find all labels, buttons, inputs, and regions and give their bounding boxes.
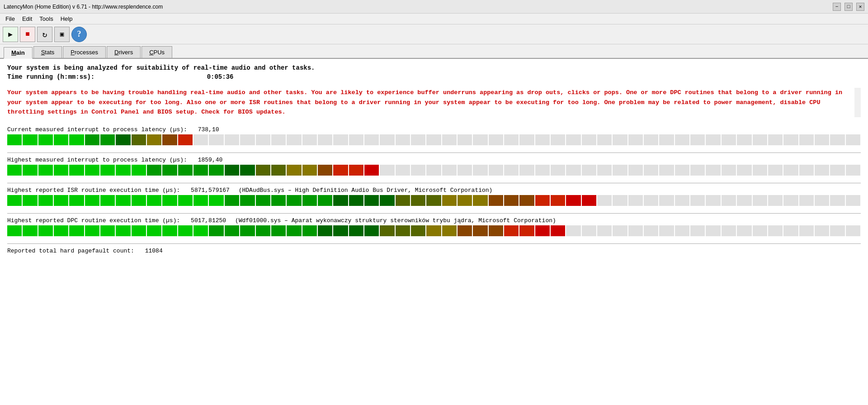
- bar-segment: [783, 165, 798, 176]
- bar-segment: [287, 165, 301, 176]
- bar-segment: [23, 165, 37, 176]
- bar-segment: [458, 134, 472, 145]
- bar-segment: [69, 225, 84, 236]
- bar-segment: [551, 165, 565, 176]
- bar-segment: [519, 225, 534, 236]
- bar-segment: [349, 134, 363, 145]
- metric-dpc-desc: (Wdf01000.sys – Aparat wykonawczy strukt…: [235, 217, 556, 224]
- bar-segment: [566, 134, 580, 145]
- bar-segment: [504, 134, 519, 145]
- bar-segment: [396, 165, 410, 176]
- bar-segment: [69, 195, 84, 206]
- bar-segment: [256, 165, 270, 176]
- metric-pagefault: Reported total hard pagefault count: 110…: [7, 248, 861, 256]
- bar-segment: [659, 195, 674, 206]
- bar-segment: [519, 195, 534, 206]
- bar-segment: [768, 134, 783, 145]
- window-controls: − □ ✕: [833, 3, 864, 11]
- bar-segment: [132, 195, 146, 206]
- bar-segment: [737, 134, 751, 145]
- metric-dpc-value: 5017,81250: [191, 217, 226, 224]
- bar-segment: [830, 134, 844, 145]
- bar-segment: [116, 225, 130, 236]
- bar-segment: [426, 225, 441, 236]
- tab-drivers[interactable]: Drivers: [107, 46, 141, 58]
- bar-segment: [85, 134, 99, 145]
- bar-segment: [38, 134, 53, 145]
- bar-segment: [302, 134, 317, 145]
- bar-segment: [489, 225, 503, 236]
- bar-segment: [209, 195, 223, 206]
- menu-file[interactable]: File: [2, 14, 19, 23]
- bar-segment: [318, 225, 332, 236]
- bar-segment: [23, 225, 37, 236]
- bar-segment: [209, 225, 223, 236]
- bar-segment: [132, 134, 146, 145]
- metric-highest-value: 1859,40: [198, 157, 223, 163]
- separator-2: [7, 183, 861, 183]
- bar-segment: [162, 225, 177, 236]
- bar-segment: [846, 134, 860, 145]
- maximize-button[interactable]: □: [844, 3, 853, 11]
- bar-segment: [659, 225, 674, 236]
- play-button[interactable]: ▶: [3, 27, 18, 42]
- menu-tools[interactable]: Tools: [36, 14, 57, 23]
- bar-segment: [132, 225, 146, 236]
- bar-segment: [178, 225, 193, 236]
- bar-segment: [178, 195, 193, 206]
- bar-segment: [193, 225, 208, 236]
- metric-highest-bar: [7, 165, 861, 176]
- bar-segment: [519, 165, 534, 176]
- switch-button[interactable]: ▣: [54, 27, 70, 42]
- stop-button[interactable]: ■: [20, 27, 35, 42]
- bar-segment: [380, 195, 394, 206]
- tab-main[interactable]: Main: [4, 47, 33, 59]
- metric-dpc: Highest reported DPC routine execution t…: [7, 217, 861, 236]
- tab-processes[interactable]: Processes: [63, 46, 106, 58]
- bar-segment: [209, 134, 223, 145]
- bar-segment: [473, 165, 487, 176]
- bar-segment: [706, 165, 720, 176]
- metric-isr-value: 5871,579167: [191, 187, 230, 194]
- bar-segment: [535, 134, 550, 145]
- bar-segment: [644, 195, 658, 206]
- bar-segment: [582, 134, 596, 145]
- bar-segment: [426, 165, 441, 176]
- bar-segment: [54, 165, 68, 176]
- bar-segment: [675, 195, 689, 206]
- bar-segment: [442, 134, 457, 145]
- bar-segment: [271, 134, 286, 145]
- bar-segment: [240, 134, 255, 145]
- bar-segment: [162, 195, 177, 206]
- bar-segment: [178, 165, 193, 176]
- close-button[interactable]: ✕: [856, 3, 864, 11]
- bar-segment: [846, 225, 860, 236]
- bar-segment: [271, 195, 286, 206]
- bar-segment: [737, 225, 751, 236]
- bar-segment: [815, 165, 829, 176]
- menu-help[interactable]: Help: [57, 14, 76, 23]
- bar-segment: [815, 134, 829, 145]
- refresh-button[interactable]: ↻: [37, 27, 52, 42]
- bar-segment: [7, 134, 22, 145]
- bar-segment: [644, 165, 658, 176]
- minimize-button[interactable]: −: [833, 3, 841, 11]
- tab-stats[interactable]: Stats: [33, 46, 62, 58]
- metric-current-bar: [7, 134, 861, 145]
- bar-segment: [396, 134, 410, 145]
- bar-segment: [706, 225, 720, 236]
- bar-segment: [597, 134, 612, 145]
- bar-segment: [442, 195, 457, 206]
- bar-segment: [147, 225, 161, 236]
- help-button[interactable]: ?: [71, 27, 87, 42]
- bar-segment: [349, 225, 363, 236]
- bar-segment: [116, 195, 130, 206]
- bar-segment: [225, 134, 239, 145]
- bar-segment: [489, 165, 503, 176]
- bar-segment: [380, 134, 394, 145]
- tab-cpus[interactable]: CPUs: [142, 46, 172, 58]
- bar-segment: [504, 225, 519, 236]
- menu-edit[interactable]: Edit: [19, 14, 36, 23]
- bar-segment: [54, 225, 68, 236]
- bar-segment: [333, 225, 348, 236]
